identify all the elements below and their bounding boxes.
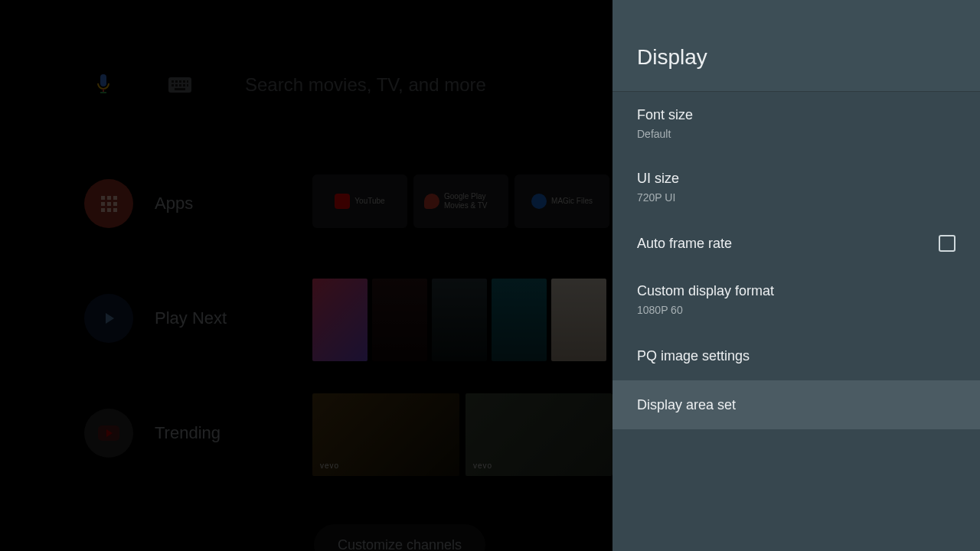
setting-label: PQ image settings	[637, 348, 750, 364]
setting-label: Custom display format	[637, 283, 774, 299]
setting-ui-size[interactable]: UI size 720P UI	[612, 155, 980, 219]
setting-value: 720P UI	[637, 191, 679, 204]
checkbox-icon[interactable]	[939, 235, 956, 252]
setting-display-area-set[interactable]: Display area set	[612, 380, 980, 429]
setting-label: Auto frame rate	[637, 236, 732, 252]
setting-font-size[interactable]: Font size Default	[612, 92, 980, 155]
setting-value: Default	[637, 128, 693, 140]
setting-label: Display area set	[637, 397, 736, 413]
panel-header: Display	[612, 0, 980, 92]
setting-label: UI size	[637, 171, 679, 187]
display-settings-panel: Display Font size Default UI size 720P U…	[612, 0, 980, 551]
setting-auto-frame-rate[interactable]: Auto frame rate	[612, 219, 980, 268]
setting-custom-display-format[interactable]: Custom display format 1080P 60	[612, 268, 980, 331]
panel-title: Display	[637, 45, 707, 70]
setting-pq-image[interactable]: PQ image settings	[612, 331, 980, 380]
setting-label: Font size	[637, 107, 693, 123]
setting-value: 1080P 60	[637, 304, 774, 316]
